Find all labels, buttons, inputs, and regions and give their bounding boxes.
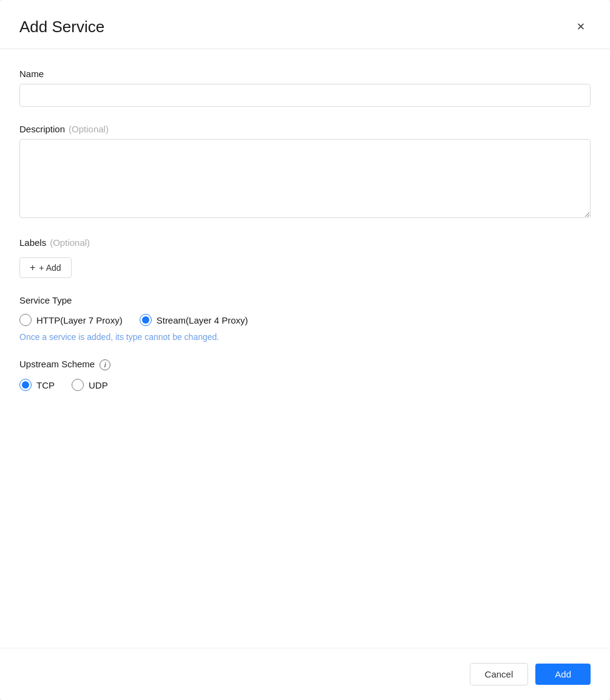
plus-icon: + (30, 262, 35, 273)
close-button[interactable]: × (571, 17, 591, 36)
name-input[interactable] (19, 84, 591, 107)
service-type-stream-radio[interactable] (140, 314, 152, 326)
upstream-scheme-section: Upstream Scheme i TCP UDP (19, 359, 591, 397)
service-type-stream-label: Stream(Layer 4 Proxy) (157, 315, 248, 325)
info-icon: i (100, 359, 110, 370)
service-type-http-label: HTTP(Layer 7 Proxy) (36, 315, 123, 325)
upstream-scheme-udp-option[interactable]: UDP (72, 379, 108, 391)
add-label-text: + Add (39, 263, 61, 273)
upstream-scheme-udp-label: UDP (89, 380, 108, 390)
description-optional-label: (Optional) (69, 124, 109, 134)
service-type-note: Once a service is added, its type cannot… (19, 332, 591, 342)
modal-title: Add Service (19, 18, 104, 36)
cancel-button[interactable]: Cancel (470, 663, 529, 685)
service-type-section: Service Type HTTP(Layer 7 Proxy) Stream(… (19, 295, 591, 342)
service-type-stream-option[interactable]: Stream(Layer 4 Proxy) (140, 314, 248, 326)
labels-group: Labels (Optional) + + Add (19, 237, 591, 278)
service-type-http-option[interactable]: HTTP(Layer 7 Proxy) (19, 314, 123, 326)
service-type-http-radio[interactable] (19, 314, 32, 326)
upstream-scheme-tcp-option[interactable]: TCP (19, 379, 55, 391)
description-textarea[interactable] (19, 139, 591, 218)
modal-header: Add Service × (0, 0, 610, 49)
upstream-scheme-udp-radio[interactable] (72, 379, 84, 391)
name-group: Name (19, 69, 591, 107)
description-group: Description (Optional) (19, 124, 591, 220)
description-label: Description (Optional) (19, 124, 591, 134)
add-label-button[interactable]: + + Add (19, 257, 72, 278)
add-service-modal: Add Service × Name Description (Optional… (0, 0, 610, 700)
upstream-scheme-tcp-radio[interactable] (19, 379, 32, 391)
modal-body: Name Description (Optional) Labels (Opti… (0, 49, 610, 648)
name-label: Name (19, 69, 591, 79)
upstream-scheme-label: Upstream Scheme i (19, 359, 591, 370)
service-type-radio-group: HTTP(Layer 7 Proxy) Stream(Layer 4 Proxy… (19, 314, 591, 326)
labels-label: Labels (Optional) (19, 237, 591, 248)
add-button[interactable]: Add (535, 664, 591, 685)
labels-optional-label: (Optional) (50, 237, 90, 248)
service-type-label: Service Type (19, 295, 591, 305)
modal-footer: Cancel Add (0, 648, 610, 700)
upstream-scheme-radio-group: TCP UDP (19, 379, 591, 391)
upstream-scheme-tcp-label: TCP (36, 380, 55, 390)
